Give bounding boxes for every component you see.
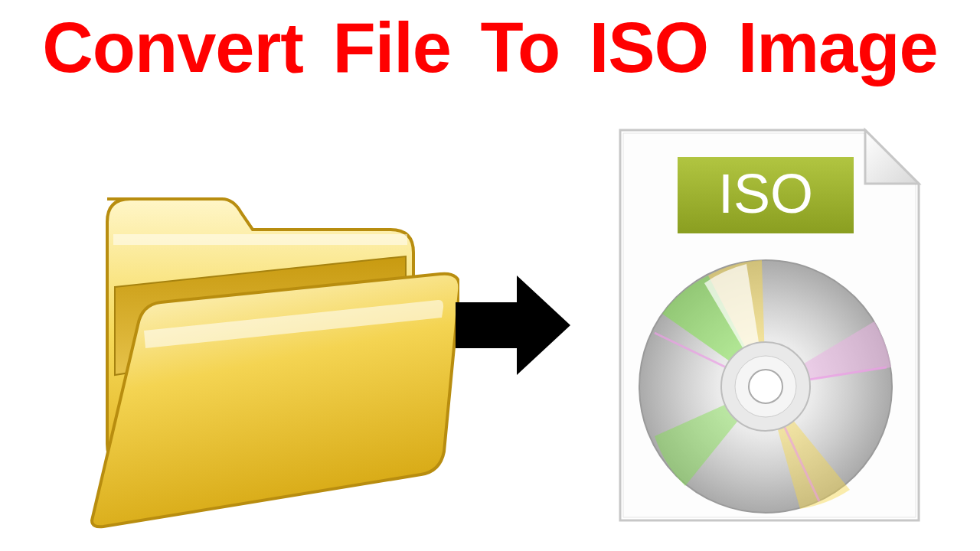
iso-badge: ISO [678, 157, 854, 233]
svg-point-8 [749, 370, 782, 403]
page-title: Convert File To ISO Image [0, 8, 980, 88]
graphics-row: ISO [0, 115, 980, 543]
arrow-right-icon [456, 276, 570, 375]
folder-icon [61, 138, 459, 536]
iso-badge-text: ISO [718, 163, 813, 224]
svg-marker-0 [456, 276, 570, 375]
iso-file-icon: ISO [590, 115, 934, 536]
disc-icon [639, 260, 892, 513]
